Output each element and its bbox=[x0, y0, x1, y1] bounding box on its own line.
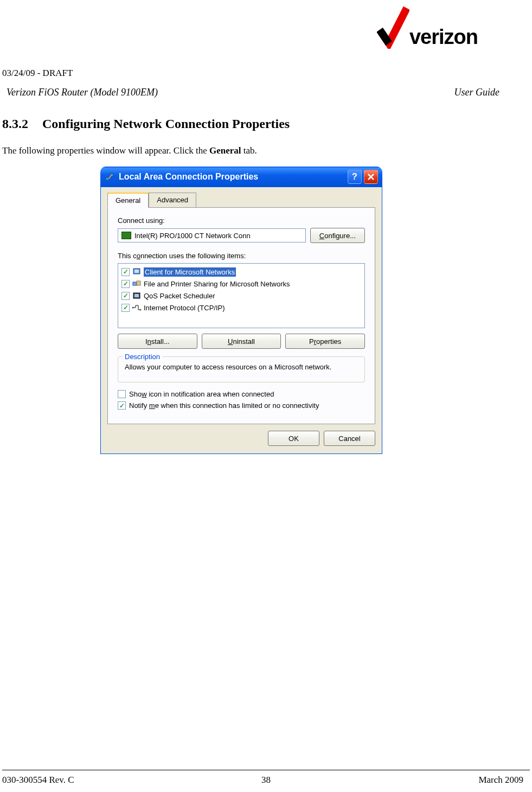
dialog-title: Local Area Connection Properties bbox=[119, 172, 348, 182]
show-icon-label: Show icon in notification area when conn… bbox=[129, 390, 274, 398]
footer-date: March 2009 bbox=[478, 775, 523, 785]
intro-paragraph: The following properties window will app… bbox=[2, 145, 257, 156]
connection-icon bbox=[105, 172, 114, 182]
adapter-name: Intel(R) PRO/1000 CT Network Conn bbox=[134, 232, 251, 240]
adapter-field[interactable]: Intel(R) PRO/1000 CT Network Conn bbox=[118, 228, 306, 242]
section-number: 8.3.2 bbox=[2, 117, 39, 131]
section-title: Configuring Network Connection Propertie… bbox=[42, 117, 290, 131]
help-button[interactable]: ? bbox=[348, 170, 362, 184]
list-item[interactable]: ✓ Client for Microsoft Networks bbox=[119, 266, 363, 278]
svg-rect-0 bbox=[106, 177, 109, 180]
configure-button[interactable]: Configure... bbox=[310, 228, 365, 243]
install-button[interactable]: Install... bbox=[118, 334, 197, 349]
footer-divider bbox=[2, 770, 530, 770]
svg-rect-4 bbox=[134, 270, 139, 273]
footer-page-number: 38 bbox=[261, 775, 271, 785]
dialog-titlebar[interactable]: Local Area Connection Properties ? bbox=[100, 167, 382, 187]
section-heading: 8.3.2 Configuring Network Connection Pro… bbox=[2, 117, 290, 131]
description-text: Allows your computer to access resources… bbox=[125, 362, 358, 372]
dialog-body: General Advanced Connect using: Intel(R)… bbox=[100, 187, 382, 454]
svg-rect-6 bbox=[137, 281, 140, 285]
item-label: Client for Microsoft Networks bbox=[144, 267, 236, 277]
header-model: Verizon FiOS Router (Model 9100EM) bbox=[7, 87, 158, 98]
checkbox-icon[interactable]: ✓ bbox=[121, 304, 130, 312]
checkbox-icon[interactable] bbox=[118, 390, 126, 398]
verizon-check-icon bbox=[377, 5, 409, 49]
checkbox-icon[interactable]: ✓ bbox=[118, 401, 126, 410]
notify-checkbox-row[interactable]: ✓ Notify me when this connection has lim… bbox=[118, 401, 365, 410]
close-icon bbox=[367, 173, 375, 181]
description-legend: Description bbox=[123, 353, 162, 361]
verizon-logo: verizon bbox=[377, 5, 478, 49]
verizon-logo-text: verizon bbox=[409, 25, 478, 49]
item-label: File and Printer Sharing for Microsoft N… bbox=[144, 280, 290, 288]
close-button[interactable] bbox=[364, 170, 378, 184]
tab-advanced[interactable]: Advanced bbox=[149, 193, 196, 207]
checkbox-icon[interactable]: ✓ bbox=[121, 292, 130, 300]
svg-rect-5 bbox=[133, 282, 137, 285]
item-label: QoS Packet Scheduler bbox=[144, 292, 215, 300]
svg-point-9 bbox=[132, 307, 134, 309]
tabs-row: General Advanced bbox=[107, 193, 375, 208]
client-icon bbox=[132, 267, 142, 277]
footer-revision: 030-300554 Rev. C bbox=[2, 775, 74, 785]
dialog-footer: OK Cancel bbox=[107, 431, 375, 446]
header-draft-date: 03/24/09 - DRAFT bbox=[2, 68, 73, 79]
description-group: Description Allows your computer to acce… bbox=[118, 356, 365, 382]
notify-label: Notify me when this connection has limit… bbox=[129, 401, 319, 410]
uninstall-button[interactable]: Uninstall bbox=[202, 334, 281, 349]
checkbox-icon[interactable]: ✓ bbox=[121, 280, 130, 288]
svg-rect-8 bbox=[134, 294, 139, 297]
properties-button[interactable]: Properties bbox=[285, 334, 365, 349]
tcpip-icon bbox=[132, 303, 142, 312]
header-user-guide: User Guide bbox=[454, 87, 500, 98]
sharing-icon bbox=[132, 279, 142, 289]
list-item[interactable]: ✓ QoS Packet Scheduler bbox=[119, 290, 363, 302]
connect-using-label: Connect using: bbox=[118, 216, 365, 225]
item-label: Internet Protocol (TCP/IP) bbox=[144, 304, 225, 312]
show-icon-checkbox-row[interactable]: Show icon in notification area when conn… bbox=[118, 390, 365, 398]
list-item[interactable]: ✓ Internet Protocol (TCP/IP) bbox=[119, 302, 363, 314]
svg-point-10 bbox=[140, 309, 142, 311]
connection-items-list[interactable]: ✓ Client for Microsoft Networks ✓ File a… bbox=[118, 263, 365, 328]
list-item[interactable]: ✓ File and Printer Sharing for Microsoft… bbox=[119, 278, 363, 290]
items-label: This connection uses the following items… bbox=[118, 252, 365, 260]
qos-icon bbox=[132, 291, 142, 301]
properties-dialog: Local Area Connection Properties ? Gener… bbox=[100, 167, 382, 454]
tab-content: Connect using: Intel(R) PRO/1000 CT Netw… bbox=[107, 208, 375, 424]
cancel-button[interactable]: Cancel bbox=[324, 431, 375, 446]
ok-button[interactable]: OK bbox=[268, 431, 319, 446]
tab-general[interactable]: General bbox=[107, 193, 149, 208]
nic-icon bbox=[121, 232, 131, 239]
checkbox-icon[interactable]: ✓ bbox=[121, 268, 130, 276]
